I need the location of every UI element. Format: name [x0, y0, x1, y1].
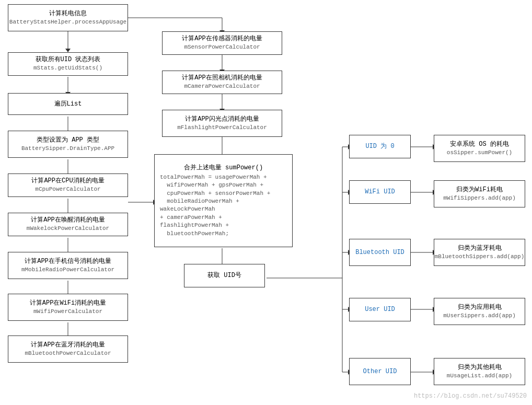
- box-b10: 计算APP在传感器消耗的电量 mSensorPowerCalculator: [162, 31, 282, 55]
- box-user-power: 归类为应用耗电 mUserSippers.add(app): [434, 298, 525, 325]
- box-b14: 获取 UID号: [184, 264, 265, 287]
- box-wifi-uid: WiFi UID: [349, 180, 411, 204]
- box-b9: 计算APP在蓝牙消耗的电量 mBluetoothPowerCalculator: [8, 335, 128, 363]
- box-b1: 计算耗电信息 BatteryStatsHelper.processAppUsag…: [8, 4, 128, 31]
- box-user-uid: User UID: [349, 298, 411, 321]
- box-b2: 获取所有UID 状态列表 mStats.getUidStats(): [8, 52, 128, 76]
- watermark: https://blog.csdn.net/su749520: [414, 392, 527, 400]
- box-b4: 类型设置为 APP 类型 BatterySipper.DrainType.APP: [8, 131, 128, 158]
- box-b6: 计算APP在唤醒消耗的电量 mWakelockPowerCalculator: [8, 213, 128, 236]
- box-uid0: UID 为 0: [349, 135, 411, 158]
- box-b13: 合并上述电量 sumPower() totalPowerMah = usageP…: [154, 154, 293, 247]
- box-b12: 计算APP闪光点消耗的电量 mFlashlightPowerCalculator: [162, 110, 282, 137]
- box-b5: 计算APP在CPU消耗的电量 mCpuPowerCalculator: [8, 173, 128, 197]
- box-bt-uid: Bluetooth UID: [349, 239, 411, 266]
- box-wifi-power: 归类为WiFi耗电 mWifiSippers.add(app): [434, 180, 525, 207]
- box-b7: 计算APP在手机信号消耗的电量 mMobileRadioPowerCalcula…: [8, 252, 128, 279]
- box-other-uid: Other UID: [349, 358, 411, 385]
- box-b11: 计算APP在照相机消耗的电量 mCameraPowerCalculator: [162, 71, 282, 94]
- box-other-power: 归类为其他耗电 mUsageList.add(app): [434, 358, 525, 385]
- svg-marker-1: [65, 49, 71, 52]
- box-b8: 计算APP在WiFi消耗的电量 mWifiPowerCalculator: [8, 294, 128, 321]
- box-os-power: 安卓系统 OS 的耗电 osSipper.sumPower(): [434, 135, 525, 162]
- box-b3: 遍历List: [8, 93, 128, 115]
- box-bt-power: 归类为蓝牙耗电 mBluetoothSippers.add(app): [434, 239, 525, 266]
